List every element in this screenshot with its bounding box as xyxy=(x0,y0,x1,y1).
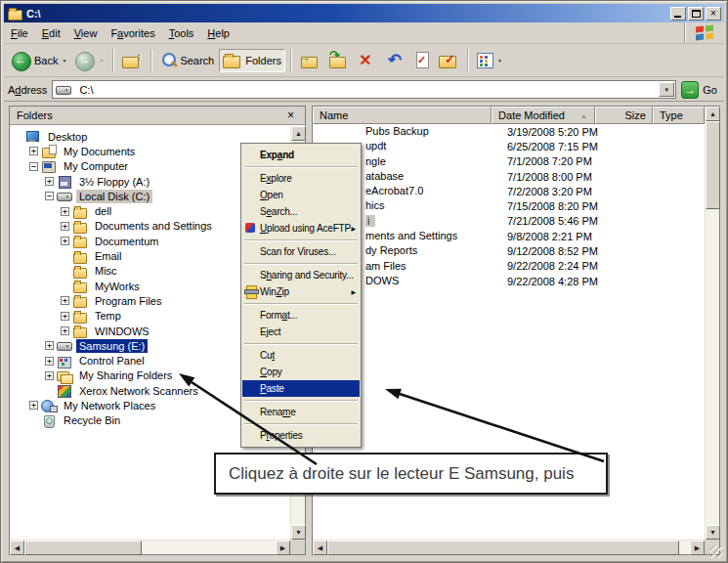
context-menu-item-eject[interactable]: Eject xyxy=(242,324,360,340)
close-button[interactable]: × xyxy=(706,7,721,21)
move-to-folder-button[interactable] xyxy=(296,49,323,72)
minimize-button[interactable] xyxy=(670,7,686,21)
file-row[interactable]: ngle7/1/2008 7:20 PM xyxy=(313,154,705,169)
expand-plus-icon[interactable]: + xyxy=(45,357,54,366)
tree-item-label[interactable]: Program Files xyxy=(92,294,164,308)
collapse-minus-icon[interactable]: − xyxy=(29,162,38,171)
tree-item-label[interactable]: Documentum xyxy=(92,235,161,248)
maximize-button[interactable] xyxy=(688,7,704,21)
file-row[interactable]: dy Reports9/12/2008 8:52 PM xyxy=(313,243,705,258)
expand-plus-icon[interactable]: + xyxy=(61,296,69,305)
tree-item-label[interactable]: dell xyxy=(92,204,114,218)
context-menu-item-properties[interactable]: Properties xyxy=(242,427,360,444)
collapse-minus-icon[interactable]: − xyxy=(45,192,54,200)
file-row[interactable]: Pubs Backup3/19/2008 5:20 PM xyxy=(313,124,705,139)
search-button[interactable]: Search xyxy=(156,49,218,72)
context-menu-item-paste[interactable]: Paste xyxy=(242,380,360,397)
tree-item-label[interactable]: Recycle Bin xyxy=(61,413,123,427)
forward-circle-arrow-button[interactable]: ▼ xyxy=(71,49,107,72)
menu-tools[interactable]: Tools xyxy=(162,24,201,42)
go-button[interactable]: → Go xyxy=(681,81,720,99)
expand-plus-icon[interactable]: + xyxy=(61,207,69,216)
tree-item-label[interactable]: Desktop xyxy=(45,130,90,144)
tree-item-label[interactable]: Misc xyxy=(92,264,120,278)
scroll-thumb[interactable] xyxy=(327,541,679,555)
tree-item-label[interactable]: Samsung (E:) xyxy=(76,339,148,353)
tree-item-label[interactable]: WINDOWS xyxy=(92,325,152,338)
scan-document-button[interactable] xyxy=(409,49,434,72)
back-circle-arrow-button[interactable]: Back▼ xyxy=(8,49,70,72)
scroll-up-button[interactable]: ▲ xyxy=(291,126,306,141)
expand-plus-icon[interactable]: + xyxy=(61,237,69,245)
tree-item-label[interactable]: 3½ Floppy (A:) xyxy=(76,175,152,189)
scroll-thumb[interactable] xyxy=(706,121,720,209)
folders-button[interactable]: Folders xyxy=(219,49,285,72)
context-menu-item-copy[interactable]: Copy xyxy=(242,364,360,380)
views-button[interactable]: ▼ xyxy=(473,49,506,72)
scroll-left-button[interactable]: ◀ xyxy=(313,541,327,555)
resize-grip[interactable] xyxy=(710,545,723,558)
tree-item-label[interactable]: Documents and Settings xyxy=(92,219,215,233)
expand-plus-icon[interactable]: + xyxy=(61,312,69,321)
menu-edit[interactable]: Edit xyxy=(35,24,67,42)
scroll-down-button[interactable]: ▼ xyxy=(706,525,720,540)
address-input[interactable]: C:\ ▼ xyxy=(52,80,676,99)
file-row[interactable]: i7/21/2008 5:46 PM xyxy=(313,214,705,229)
address-dropdown-button[interactable]: ▼ xyxy=(659,82,674,97)
delete-x-button[interactable] xyxy=(353,49,380,72)
context-menu-item-expand[interactable]: Expand xyxy=(242,147,360,163)
context-menu-item-scan-for-viruses[interactable]: Scan for Viruses... xyxy=(242,243,360,260)
vertical-scrollbar[interactable]: ▲ ▼ xyxy=(705,107,719,540)
context-menu-item-winzip[interactable]: WinZip▶ xyxy=(242,283,360,300)
tree-item-label[interactable]: MyWorks xyxy=(92,280,143,293)
tree-item-desktop[interactable]: Desktop xyxy=(10,129,290,144)
context-menu-item-open[interactable]: Open xyxy=(242,187,360,203)
context-menu-item-cut[interactable]: Cut xyxy=(242,347,360,364)
column-header-name[interactable]: Name xyxy=(313,107,492,124)
tree-item-label[interactable]: My Sharing Folders xyxy=(76,368,175,382)
file-row[interactable]: eAcrobat7.07/2/2008 3:20 PM xyxy=(313,184,705,198)
expand-plus-icon[interactable]: + xyxy=(45,341,54,350)
menu-view[interactable]: View xyxy=(67,24,105,42)
close-icon[interactable]: × xyxy=(283,108,298,122)
expand-plus-icon[interactable]: + xyxy=(29,147,38,155)
expand-plus-icon[interactable]: + xyxy=(61,222,69,231)
copy-to-folder-button[interactable] xyxy=(324,49,352,72)
scroll-up-button[interactable]: ▲ xyxy=(706,107,720,121)
expand-plus-icon[interactable]: + xyxy=(61,326,69,335)
menu-file[interactable]: File xyxy=(4,24,35,42)
expand-plus-icon[interactable]: + xyxy=(45,371,54,380)
tree-item-label[interactable]: Control Panel xyxy=(76,354,148,368)
menu-help[interactable]: Help xyxy=(200,24,236,42)
scroll-right-button[interactable]: ▶ xyxy=(690,541,705,555)
menu-favorites[interactable]: Favorites xyxy=(104,24,161,42)
context-menu-item-rename[interactable]: Rename xyxy=(242,404,360,420)
tree-item-label[interactable]: Xerox Network Scanners xyxy=(76,384,201,398)
scroll-thumb[interactable] xyxy=(24,541,142,555)
context-menu-item-format[interactable]: Format... xyxy=(242,307,360,324)
file-row[interactable]: ments and Settings9/8/2008 2:21 PM xyxy=(313,229,705,243)
file-row[interactable]: DOWS9/22/2008 4:28 PM xyxy=(313,274,705,288)
tree-item-label[interactable]: Temp xyxy=(92,309,124,323)
file-row[interactable]: hics7/15/2008 8:20 PM xyxy=(313,198,705,213)
horizontal-scrollbar[interactable]: ◀ ▶ xyxy=(10,540,290,554)
up-folder-button[interactable] xyxy=(118,49,146,72)
tree-item-label[interactable]: Local Disk (C:) xyxy=(76,190,152,203)
tree-item-label[interactable]: My Computer xyxy=(61,159,131,173)
scroll-right-button[interactable]: ▶ xyxy=(276,541,290,555)
tree-item-label[interactable]: My Documents xyxy=(61,145,138,158)
tree-item-label[interactable]: My Network Places xyxy=(61,399,158,412)
context-menu-item-search[interactable]: Search... xyxy=(242,203,360,220)
expand-plus-icon[interactable]: + xyxy=(45,177,54,186)
scan-folder-button[interactable] xyxy=(435,49,462,72)
scroll-left-button[interactable]: ◀ xyxy=(10,541,24,555)
scroll-down-button[interactable]: ▼ xyxy=(291,525,306,540)
horizontal-scrollbar[interactable]: ◀ ▶ xyxy=(313,540,705,554)
file-row[interactable]: updt6/25/2008 7:15 PM xyxy=(313,139,705,153)
expand-plus-icon[interactable]: + xyxy=(29,401,38,410)
context-menu-item-explore[interactable]: Explore xyxy=(242,170,360,187)
column-header-size[interactable]: Size xyxy=(595,107,653,124)
file-row[interactable]: atabase7/1/2008 8:00 PM xyxy=(313,169,705,184)
context-menu-item-upload-using-aceftp[interactable]: Upload using AceFTP▶ xyxy=(242,220,360,237)
context-menu-item-sharing-and-security[interactable]: Sharing and Security... xyxy=(242,267,360,283)
